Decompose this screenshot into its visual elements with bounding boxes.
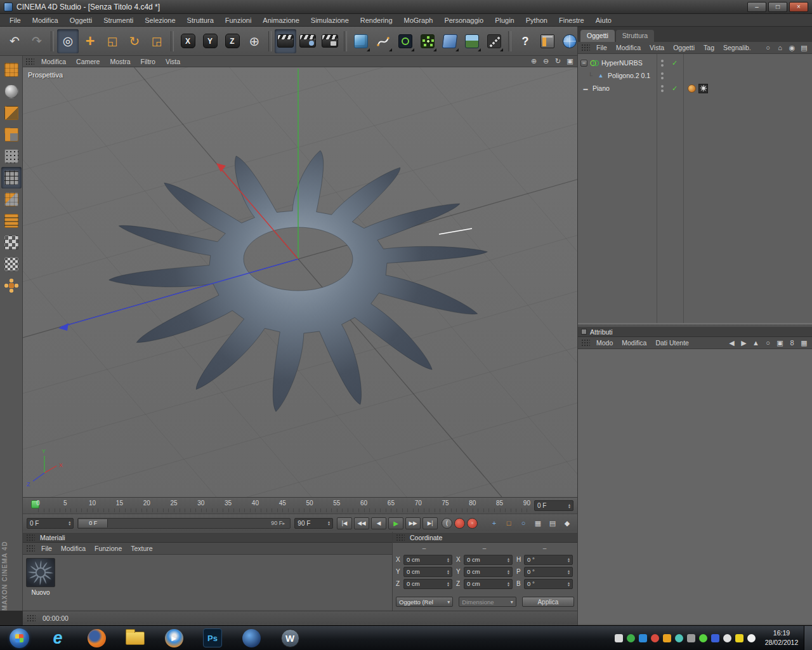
menu-strumenti[interactable]: Strumenti <box>98 17 139 24</box>
coordinate-field[interactable]: 0 °▴▾ <box>524 555 573 565</box>
om-panel-icon[interactable]: ▤ <box>799 44 809 51</box>
menu-aiuto[interactable]: Aiuto <box>590 17 617 24</box>
menu-finestre[interactable]: Finestre <box>553 17 590 24</box>
menu-funzioni[interactable]: Funzioni <box>219 17 258 24</box>
play-forward-button[interactable]: ▶ <box>388 517 403 529</box>
menu-mograph[interactable]: MoGraph <box>398 17 439 24</box>
coordinate-system-button[interactable]: ⊕ <box>244 29 265 53</box>
tray-icon-6[interactable] <box>675 634 683 642</box>
object-row-piano[interactable]: ▬Piano✓ <box>578 82 812 95</box>
viewport-camera-rotate-icon[interactable]: ↻ <box>553 58 563 65</box>
attr-up-icon[interactable]: ▲ <box>751 340 761 347</box>
menu-file[interactable]: File <box>4 17 27 24</box>
stepper-icon[interactable]: ▴▾ <box>508 569 509 574</box>
stepper-icon[interactable]: ▴▾ <box>568 569 570 574</box>
menu-struttura[interactable]: Struttura <box>181 17 219 24</box>
make-editable-button[interactable] <box>1 59 22 81</box>
viewport-camera-pan-icon[interactable]: ⊕ <box>529 58 539 65</box>
goto-end-button[interactable]: ▶| <box>422 517 438 529</box>
om-menu-tag[interactable]: Tag <box>699 44 719 51</box>
attr-menu-modo[interactable]: Modo <box>592 339 617 347</box>
timeline-ruler[interactable]: 051015202530354045505560657075808590 0 F… <box>23 497 577 514</box>
goto-start-button[interactable]: |◀ <box>337 517 352 529</box>
viewport-menu-mostra[interactable]: Mostra <box>105 58 135 65</box>
coordinate-field[interactable]: 0 cm▴▾ <box>464 555 513 565</box>
attr-back-icon[interactable]: ◀ <box>727 340 737 347</box>
stepper-icon[interactable]: ▴▾ <box>69 521 70 526</box>
tray-icon-8[interactable] <box>699 634 707 642</box>
taskbar-firefox[interactable] <box>85 627 108 649</box>
record-options-button[interactable]: ◦ <box>467 518 478 529</box>
stepper-icon[interactable]: ▴▾ <box>447 557 449 562</box>
slider-right-arrow-icon[interactable]: ▸ <box>282 521 285 526</box>
range-slider-handle[interactable]: 0 F <box>79 519 108 527</box>
drag-handle-icon[interactable] <box>26 534 35 541</box>
add-array-button[interactable] <box>417 29 438 53</box>
viewport-viewport-toggle-icon[interactable]: ▣ <box>565 58 575 65</box>
coordinate-field[interactable]: 0 °▴▾ <box>524 567 573 577</box>
tray-icon-11[interactable] <box>735 634 743 642</box>
expander-icon[interactable]: − <box>580 60 587 67</box>
apply-button[interactable]: Applica <box>522 597 574 607</box>
drag-handle-icon[interactable] <box>25 58 34 65</box>
close-button[interactable]: × <box>789 2 808 12</box>
attr-search-icon[interactable]: ○ <box>763 340 773 347</box>
taskbar-media-player[interactable]: ▶ <box>162 627 185 649</box>
coordinate-field[interactable]: 0 cm▴▾ <box>464 567 513 577</box>
tray-icon-4[interactable] <box>651 634 659 642</box>
stepper-icon[interactable]: ▴▾ <box>508 557 509 562</box>
coordinate-field[interactable]: 0 cm▴▾ <box>403 555 452 565</box>
om-menu-modifica[interactable]: Modifica <box>612 44 645 51</box>
material-item[interactable]: Nuovo <box>26 558 56 596</box>
texture-tag-icon[interactable] <box>698 84 708 93</box>
last-used-tool-button[interactable]: ◲ <box>146 29 167 53</box>
tray-icon-1[interactable] <box>615 634 623 642</box>
menu-selezione[interactable]: Selezione <box>139 17 181 24</box>
help-button[interactable]: ? <box>514 29 536 53</box>
render-settings-button[interactable] <box>319 29 341 53</box>
maximize-button[interactable]: □ <box>768 2 787 12</box>
attr-menu-dati-utente[interactable]: Dati Utente <box>651 339 693 347</box>
redo-button[interactable]: ↷ <box>26 29 48 53</box>
undo-button[interactable]: ↶ <box>4 29 25 53</box>
lock-x-axis-button[interactable]: X <box>177 29 199 53</box>
taskbar-start[interactable] <box>8 627 30 649</box>
tray-icon-12[interactable] <box>747 634 756 642</box>
viewport-3d-scene[interactable]: Y X Z <box>23 67 577 497</box>
selection-filter-button[interactable] <box>1 275 22 296</box>
materials-header[interactable]: Materiali <box>23 532 392 543</box>
render-picture-viewer-button[interactable] <box>297 29 318 53</box>
polygons-mode-button[interactable] <box>1 189 22 210</box>
tab-oggetti[interactable]: Oggetti <box>580 30 615 42</box>
scale-tool-button[interactable]: ◱ <box>102 29 123 53</box>
record-keyframe-button[interactable]: ( <box>442 518 452 529</box>
materials-menu-funzione[interactable]: Funzione <box>90 545 126 552</box>
tray-icon-2[interactable] <box>627 634 635 642</box>
live-selection-button[interactable]: ◎ <box>57 29 79 53</box>
workplane-mode-button[interactable] <box>1 232 22 253</box>
record-parameters-button[interactable]: ▦ <box>532 517 544 529</box>
om-home-icon[interactable]: ⌂ <box>775 44 785 51</box>
coordinate-field[interactable]: 0 cm▴▾ <box>464 579 513 589</box>
keyframe-selection-button[interactable]: ◆ <box>561 517 573 529</box>
tray-icon-10[interactable] <box>723 634 731 642</box>
coordinate-mode-select[interactable]: Oggetto (Rel ▾ <box>396 597 453 607</box>
drag-handle-icon[interactable] <box>581 44 590 51</box>
drag-handle-icon[interactable] <box>396 534 405 541</box>
tray-icon-7[interactable] <box>687 634 695 642</box>
lock-z-axis-button[interactable]: Z <box>221 29 243 53</box>
viewport-menu-vista[interactable]: Vista <box>160 58 185 65</box>
move-tool-button[interactable]: + <box>79 29 101 53</box>
end-frame-field[interactable]: 90 F ▴▾ <box>294 518 333 529</box>
object-row-poligono-2-0-1[interactable]: └▲Poligono.2 0.1 <box>578 69 812 82</box>
menu-oggetti[interactable]: Oggetti <box>64 17 98 24</box>
coordinate-field[interactable]: 0 °▴▾ <box>524 579 573 589</box>
viewport-menu-filtro[interactable]: Filtro <box>136 58 160 65</box>
stepper-icon[interactable]: ▴▾ <box>568 581 570 587</box>
attr-lock-icon[interactable]: ▣ <box>775 340 785 347</box>
size-mode-select[interactable]: Dimensione ▾ <box>459 597 516 607</box>
taskbar-utorrent[interactable] <box>240 627 263 649</box>
menu-rendering[interactable]: Rendering <box>355 17 398 24</box>
taskbar-photoshop[interactable]: Ps <box>201 627 224 649</box>
model-mode-button[interactable] <box>1 81 22 102</box>
